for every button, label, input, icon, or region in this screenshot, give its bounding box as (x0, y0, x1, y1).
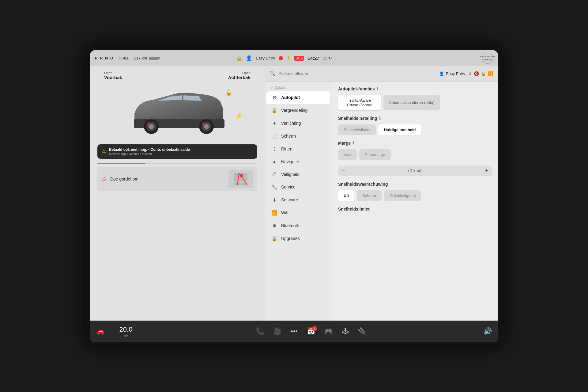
achterbak-label[interactable]: Open Achterbak (228, 71, 251, 80)
warning-icon: ⚠ (102, 148, 106, 154)
safety-icon: ⏱ (271, 172, 277, 177)
nav-menu: ⚡ Opladen ⊙ Autopilot 🔒 Vergrendeling (265, 82, 332, 321)
usb-icon: 🔌 (358, 327, 366, 335)
settings-panel: Autopilot-functies ℹ Traffic-Aware Cruis… (332, 82, 498, 321)
prnd-display: P R N D (95, 56, 114, 60)
temperature-display: 15°C (323, 56, 332, 60)
warning-title: Betaald opl. niet mog. - Contr. onbetaal… (109, 147, 190, 152)
search-bar: 🔍 👤 Easy Entry ⬇ 🔇 🔒 📶 (265, 66, 498, 82)
battery-bar (149, 57, 159, 60)
voorbak-label[interactable]: Open Voorbak (104, 71, 122, 80)
charge-icon: ⚡ (235, 112, 243, 120)
current-speed-btn[interactable]: Huidige snelheid (378, 124, 421, 135)
autopilot-functions-section: Autopilot-functies ℹ Traffic-Aware Cruis… (338, 86, 492, 110)
light-icon: ✦ (271, 120, 277, 126)
taskbar-apps[interactable]: 🕹 (342, 327, 349, 335)
taskbar-volume[interactable]: 🔊 (484, 327, 492, 335)
apps-icon: 🕹 (342, 327, 349, 335)
autopilot-info-icon[interactable]: ℹ (377, 86, 378, 91)
easy-entry-status: Easy Entry (256, 56, 275, 60)
sos-icon: SOS (294, 56, 304, 61)
scherm-btn[interactable]: Scherm (357, 190, 382, 201)
svg-point-3 (149, 124, 154, 129)
notification-badge: 2 (312, 326, 317, 331)
seatbelt-warning: ⚠ Doe gordel om (97, 167, 257, 191)
wifi-icon-search: 📶 (488, 71, 493, 76)
passenger-airbag-indicator: PASSENGERAIRBAG (482, 53, 493, 64)
speed-increase-btn[interactable]: + (484, 167, 488, 174)
easy-entry-search-label: 👤 Easy Entry (439, 71, 465, 76)
speed-limit-btn[interactable]: Snelheidslimiet (338, 124, 376, 135)
taskbar-camera[interactable]: 🎥 (273, 327, 281, 335)
nav-item-service[interactable]: 🔧 Service (266, 181, 330, 193)
seatbelt-alert-icon: ⚠ (102, 176, 107, 182)
traffic-aware-btn[interactable]: Traffic-Aware Cruise Control (338, 95, 381, 110)
marge-title: Marge ℹ (338, 141, 492, 146)
car-labels: Open Voorbak Open Achterbak (95, 71, 260, 80)
marge-buttons: Vast Percentage (338, 149, 492, 160)
taskbar-phone[interactable]: 📞 (256, 327, 264, 335)
taskbar-calendar[interactable]: 📅 2 (307, 327, 315, 335)
taskbar-entertainment[interactable]: 🎮 (324, 327, 333, 335)
speed-decrease-btn[interactable]: − (342, 167, 345, 174)
speed-warning-section: Snelheidswaarschuwing Uit Scherm (338, 182, 492, 201)
taskbar-usb[interactable]: 🔌 (358, 327, 366, 335)
nav-item-scherm[interactable]: ⬜ Scherm (266, 130, 330, 143)
left-panel: Open Voorbak Open Achterbak (90, 66, 265, 321)
geluidssignaal-btn[interactable]: Geluidssignaal (384, 190, 421, 201)
speed-control: − +0 km/h + (338, 166, 492, 176)
car-svg (125, 83, 229, 141)
taskbar-more[interactable]: ••• (291, 327, 298, 335)
nav-item-verlichting[interactable]: ✦ Verlichting (266, 117, 330, 130)
nav-item-vergrendeling[interactable]: 🔒 Vergrendeling (266, 104, 330, 117)
marge-info-icon[interactable]: ℹ (352, 141, 354, 145)
seatbelt-image (228, 170, 253, 188)
charging-section-label: ⚡ Opladen (265, 84, 332, 91)
search-icon: 🔍 (270, 71, 275, 76)
nav-item-navigatie[interactable]: ▲ Navigatie (266, 156, 330, 168)
nav-item-bluetooth[interactable]: ✱ Bluetooth (266, 219, 330, 232)
warning-subtitle: Mobiele app > Menu > Opladen (109, 152, 190, 156)
speed-limit-title: Snelheidslimiet (338, 207, 492, 211)
drive-mode: CHILL (119, 56, 129, 60)
upgrades-icon: 🔒 (271, 236, 277, 242)
search-right: 👤 Easy Entry ⬇ 🔇 🔒 📶 (439, 71, 493, 76)
speed-limit-section: Snelheidslimiet (338, 207, 492, 211)
lock-status-icon: 🔒 (236, 55, 242, 61)
signal-icons: ⬇ 🔇 🔒 📶 (468, 71, 493, 76)
status-bar: P R N D CHILL 217 km 🔒 👤 Easy Entry ⬇ SO… (90, 50, 498, 66)
taskbar-car[interactable]: 🚗 (96, 327, 104, 335)
nav-item-ritten[interactable]: ⤸ Ritten (266, 143, 330, 155)
nav-item-software[interactable]: ⬇ Software (266, 194, 330, 206)
nav-item-autopilot[interactable]: ⊙ Autopilot (266, 91, 330, 104)
svg-point-12 (240, 174, 243, 177)
door-lock-icon: 🔓 (225, 89, 232, 96)
seatbelt-text: Doe gordel om (110, 177, 138, 181)
trips-icon: ⤸ (271, 146, 277, 152)
speed-info-icon[interactable]: ℹ (379, 116, 381, 120)
screen-icon: ⬜ (271, 133, 277, 139)
main-content: Open Voorbak Open Achterbak (90, 66, 498, 321)
autopilot-buttons: Traffic-Aware Cruise Control Automatisch… (338, 95, 492, 110)
nav-item-wifi[interactable]: 📶 Wifi (266, 207, 330, 219)
payment-warning[interactable]: ⚠ Betaald opl. niet mog. - Contr. onbeta… (97, 144, 257, 159)
taskbar: 🚗 20.0 oo 📞 🎥 ••• 📅 2 🎮 (90, 321, 498, 342)
status-center: 🔒 👤 Easy Entry ⬇ SOS 14:27 15°C (236, 55, 332, 61)
autopilot-icon: ⊙ (271, 95, 277, 101)
svg-point-6 (204, 124, 209, 129)
entertainment-icon: 🎮 (324, 327, 333, 335)
camera-icon: 🎥 (273, 327, 281, 335)
percentage-btn[interactable]: Percentage (359, 149, 391, 160)
nav-item-upgrades[interactable]: 🔒 Upgrades (266, 232, 330, 245)
auto-steer-btn[interactable]: Automatisch sturen (béta) (383, 95, 440, 110)
uit-btn[interactable]: Uit (338, 190, 354, 201)
speed-warning-title: Snelheidswaarschuwing (338, 182, 492, 187)
lock-nav-icon: 🔒 (271, 108, 277, 113)
more-icon: ••• (291, 327, 298, 335)
download-status-icon: ⬇ (287, 55, 291, 61)
phone-icon: 📞 (256, 327, 264, 335)
vast-btn[interactable]: Vast (338, 149, 357, 160)
car-view: 🔓 ⚡ (95, 80, 260, 144)
nav-item-veiligheid[interactable]: ⏱ Veiligheid (266, 168, 330, 181)
search-input[interactable] (278, 71, 436, 76)
